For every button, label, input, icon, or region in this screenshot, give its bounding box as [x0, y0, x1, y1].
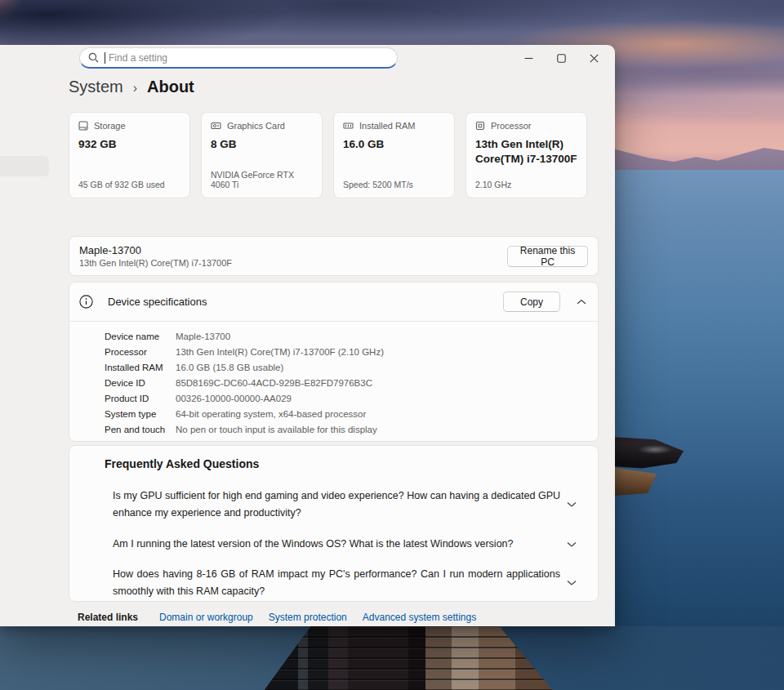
faq-card: Frequently Asked Questions Is my GPU suf…	[69, 445, 599, 602]
rename-pc-button[interactable]: Rename this PC	[507, 246, 588, 267]
spec-row: Pen and touch No pen or touch input is a…	[105, 422, 598, 438]
ram-icon	[343, 121, 354, 131]
spec-value: 13th Gen Intel(R) Core(TM) i7-13700F (2.…	[176, 345, 598, 360]
search-box	[79, 47, 398, 69]
copy-button[interactable]: Copy	[503, 292, 560, 312]
spec-row: Device name Maple-13700	[105, 329, 598, 345]
breadcrumb: System › About	[69, 78, 194, 96]
spec-value: 00326-10000-00000-AA029	[176, 391, 598, 407]
pc-name: Maple-13700	[79, 244, 232, 256]
spec-label: Device ID	[105, 376, 176, 391]
text-caret	[105, 52, 105, 64]
window-caption-buttons	[512, 45, 610, 71]
page-title: About	[147, 78, 194, 96]
link-advanced-system-settings[interactable]: Advanced system settings	[363, 612, 476, 623]
spec-label: Processor	[105, 345, 176, 360]
card-detail: 2.10 GHz	[475, 180, 577, 189]
spec-value: 16.0 GB (15.8 GB usable)	[176, 360, 598, 376]
card-value: 8 GB	[211, 137, 313, 152]
card-label: Graphics Card	[227, 121, 285, 131]
card-detail: NVIDIA GeForce RTX 4060 Ti	[211, 170, 313, 189]
pc-name-card: Maple-13700 13th Gen Intel(R) Core(TM) i…	[69, 236, 599, 276]
chevron-right-icon: ›	[133, 81, 137, 96]
chevron-up-icon[interactable]	[577, 299, 586, 305]
storage-icon	[78, 121, 88, 131]
spec-value: Maple-13700	[176, 329, 598, 345]
card-label: Storage	[94, 121, 126, 131]
sidebar-selected-item-pill[interactable]	[0, 156, 49, 176]
card-detail: Speed: 5200 MT/s	[343, 180, 445, 189]
device-specifications-title: Device specifications	[108, 296, 207, 308]
faq-question: Is my GPU sufficient for high end gaming…	[105, 487, 560, 522]
card-value: 13th Gen Intel(R) Core(TM) i7-13700F	[475, 137, 577, 167]
close-icon	[590, 54, 599, 63]
spec-value: 85D8169C-DC60-4ACD-929B-E82FD7976B3C	[176, 376, 598, 391]
settings-window: System › About Storage 932 GB 45 GB of 9…	[0, 45, 615, 626]
device-specifications-card: Device specifications Copy Device name M…	[69, 282, 599, 442]
faq-item[interactable]: How does having 8-16 GB of RAM impact my…	[105, 566, 580, 600]
spec-row: Installed RAM 16.0 GB (15.8 GB usable)	[105, 360, 598, 376]
device-specifications-body: Device name Maple-13700 Processor 13th G…	[69, 322, 598, 438]
faq-item[interactable]: Am I running the latest version of the W…	[105, 536, 580, 553]
spec-row: Product ID 00326-10000-00000-AA029	[105, 391, 598, 407]
card-detail: 45 GB of 932 GB used	[78, 180, 180, 189]
search-input[interactable]	[107, 51, 389, 65]
search-icon	[88, 52, 99, 63]
link-system-protection[interactable]: System protection	[269, 612, 347, 623]
faq-item[interactable]: Is my GPU sufficient for high end gaming…	[105, 487, 580, 522]
minimize-button[interactable]	[512, 46, 545, 70]
faq-question: How does having 8-16 GB of RAM impact my…	[105, 566, 560, 600]
installed-ram-card[interactable]: Installed RAM 16.0 GB Speed: 5200 MT/s	[333, 112, 455, 198]
spec-label: Pen and touch	[105, 422, 176, 438]
chevron-down-icon[interactable]	[567, 580, 577, 586]
gpu-icon	[211, 121, 221, 131]
faq-question: Am I running the latest version of the W…	[105, 536, 560, 553]
chevron-down-icon[interactable]	[567, 501, 577, 508]
minimize-icon	[524, 54, 533, 63]
maximize-icon	[557, 54, 566, 63]
card-value: 16.0 GB	[343, 137, 445, 152]
spec-value: No pen or touch input is available for t…	[176, 422, 598, 438]
spec-value: 64-bit operating system, x64-based proce…	[176, 407, 598, 422]
close-button[interactable]	[577, 46, 610, 70]
summary-cards: Storage 932 GB 45 GB of 932 GB used Grap…	[69, 112, 587, 198]
spec-label: Device name	[105, 329, 176, 345]
storage-card[interactable]: Storage 932 GB 45 GB of 932 GB used	[69, 112, 190, 198]
graphics-card-card[interactable]: Graphics Card 8 GB NVIDIA GeForce RTX 40…	[201, 112, 323, 198]
pc-subtitle: 13th Gen Intel(R) Core(TM) i7-13700F	[79, 258, 232, 268]
device-specifications-header[interactable]: Device specifications Copy	[69, 283, 598, 322]
card-label: Installed RAM	[359, 121, 415, 131]
processor-card[interactable]: Processor 13th Gen Intel(R) Core(TM) i7-…	[466, 112, 587, 198]
spec-label: Installed RAM	[105, 360, 176, 376]
spec-row: Device ID 85D8169C-DC60-4ACD-929B-E82FD7…	[105, 376, 598, 391]
related-links: Related links Domain or workgroup System…	[78, 612, 492, 623]
spec-label: Product ID	[105, 391, 176, 407]
related-links-label: Related links	[78, 612, 138, 623]
cpu-icon	[475, 121, 485, 131]
faq-title: Frequently Asked Questions	[105, 457, 580, 470]
spec-label: System type	[105, 407, 176, 422]
chevron-down-icon[interactable]	[567, 541, 577, 548]
spec-row: System type 64-bit operating system, x64…	[105, 407, 598, 422]
spec-row: Processor 13th Gen Intel(R) Core(TM) i7-…	[105, 345, 598, 360]
info-icon	[79, 295, 93, 309]
link-domain-or-workgroup[interactable]: Domain or workgroup	[159, 612, 253, 623]
maximize-button[interactable]	[545, 46, 577, 70]
card-label: Processor	[491, 121, 532, 131]
card-value: 932 GB	[78, 137, 180, 152]
breadcrumb-system[interactable]: System	[69, 78, 123, 96]
